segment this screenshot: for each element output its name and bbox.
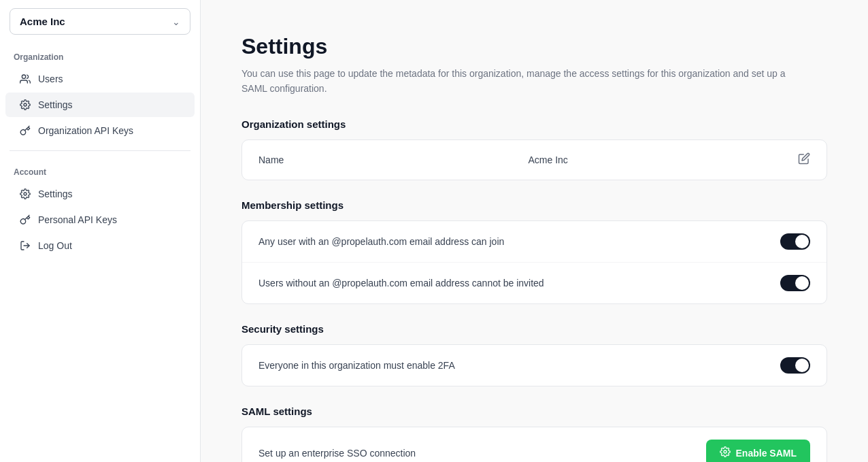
svg-point-2 — [24, 193, 27, 195]
page-title: Settings — [241, 34, 827, 59]
membership-settings-title: Membership settings — [241, 199, 827, 211]
security-toggle-0[interactable] — [780, 357, 810, 374]
sidebar-item-org-api-keys-label: Organization API Keys — [38, 125, 133, 136]
sidebar-item-personal-api-keys-label: Personal API Keys — [38, 214, 117, 225]
membership-label-1: Users without an @propelauth.com email a… — [258, 278, 780, 288]
page-description: You can use this page to update the meta… — [241, 66, 799, 97]
gear-icon — [19, 99, 31, 111]
org-name-actions — [798, 152, 810, 167]
saml-settings-title: SAML settings — [241, 406, 827, 417]
svg-point-1 — [24, 103, 27, 106]
org-settings-title: Organization settings — [241, 118, 827, 130]
org-settings-card: Name Acme Inc — [241, 139, 827, 180]
enable-saml-label: Enable SAML — [736, 448, 797, 459]
membership-label-0: Any user with an @propelauth.com email a… — [258, 236, 780, 247]
membership-toggle-1[interactable] — [780, 275, 810, 291]
sidebar-item-account-settings[interactable]: Settings — [5, 182, 195, 206]
sidebar: Acme Inc ⌄ Organization Users Settings — [0, 0, 201, 462]
svg-point-4 — [724, 450, 727, 453]
sidebar-item-org-api-keys[interactable]: Organization API Keys — [5, 118, 195, 143]
sidebar-item-logout[interactable]: Log Out — [5, 233, 195, 258]
sidebar-divider — [10, 150, 190, 151]
account-gear-icon — [19, 188, 31, 200]
svg-point-0 — [22, 75, 25, 78]
sidebar-item-users-label: Users — [38, 73, 63, 84]
membership-row-0: Any user with an @propelauth.com email a… — [242, 221, 827, 263]
sidebar-item-account-settings-label: Settings — [38, 188, 73, 199]
sidebar-item-personal-api-keys[interactable]: Personal API Keys — [5, 208, 195, 232]
org-name-row: Name Acme Inc — [242, 140, 827, 180]
enable-saml-button[interactable]: Enable SAML — [706, 440, 810, 462]
personal-key-icon — [19, 214, 31, 226]
saml-icon — [720, 446, 731, 460]
users-icon — [19, 73, 31, 85]
chevron-icon: ⌄ — [172, 16, 180, 27]
security-settings-title: Security settings — [241, 323, 827, 335]
sidebar-item-users[interactable]: Users — [5, 67, 195, 91]
membership-row-1: Users without an @propelauth.com email a… — [242, 263, 827, 303]
org-name-value: Acme Inc — [529, 154, 799, 165]
sidebar-item-logout-label: Log Out — [38, 240, 72, 251]
edit-icon[interactable] — [798, 152, 810, 167]
org-name-label: Name — [258, 154, 529, 165]
key-icon — [19, 125, 31, 137]
security-settings-card: Everyone in this organization must enabl… — [241, 344, 827, 386]
membership-settings-card: Any user with an @propelauth.com email a… — [241, 220, 827, 304]
org-selector[interactable]: Acme Inc ⌄ — [10, 8, 190, 35]
saml-label: Set up an enterprise SSO connection — [258, 448, 706, 459]
saml-settings-card: Set up an enterprise SSO connection Enab… — [241, 427, 827, 462]
membership-toggle-0[interactable] — [780, 233, 810, 250]
account-section-label: Account — [0, 158, 200, 181]
security-label-0: Everyone in this organization must enabl… — [258, 360, 780, 371]
organization-section-label: Organization — [0, 43, 200, 66]
org-name: Acme Inc — [20, 16, 65, 27]
sidebar-item-settings-label: Settings — [38, 99, 73, 110]
sidebar-item-settings[interactable]: Settings — [5, 93, 195, 117]
security-row-0: Everyone in this organization must enabl… — [242, 345, 827, 386]
saml-actions: Enable SAML — [706, 440, 810, 462]
saml-row: Set up an enterprise SSO connection Enab… — [242, 427, 827, 462]
logout-icon — [19, 240, 31, 252]
main-content: Settings You can use this page to update… — [201, 0, 868, 462]
